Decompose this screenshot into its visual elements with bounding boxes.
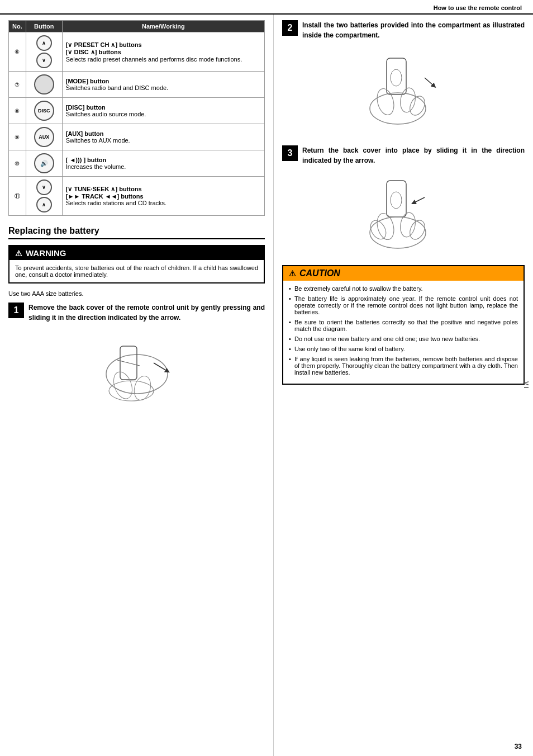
side-label: VI [523, 381, 530, 389]
button-icon-seek-up[interactable]: ∧ [36, 197, 52, 212]
row-num: ⑨ [9, 124, 26, 150]
row-description: [MODE] button Switches radio band and DI… [62, 72, 264, 98]
warning-triangle-icon: ⚠ [15, 249, 22, 258]
table-row: ⑧ DISC [DISC] button Switches audio sour… [9, 98, 265, 124]
list-item: Use only two of the same kind of battery… [289, 346, 518, 352]
button-icon-aux[interactable]: AUX [34, 127, 54, 147]
main-content: No. Button Name/Working ⑥ ∧ ∨ [0, 15, 533, 756]
svg-point-5 [110, 369, 135, 401]
row-num: ⑥ [9, 32, 26, 72]
step-3: 3 Return the back cover into place by sl… [282, 145, 525, 166]
header-title: How to use the remote control [434, 4, 522, 11]
svg-point-10 [374, 87, 396, 117]
row-num: ⑧ [9, 98, 26, 124]
col-no: No. [9, 21, 26, 32]
row-button: 🔊 [26, 150, 62, 177]
row-button: AUX [26, 124, 62, 150]
svg-point-15 [391, 192, 402, 209]
caution-header: ⚠ CAUTION [283, 266, 524, 281]
hand-illustration-2 [342, 47, 465, 136]
row-description: [∨ TUNE·SEEK ∧] buttons[►► TRACK ◄◄] but… [62, 177, 264, 216]
right-column: 2 Install the two batteries provided int… [274, 15, 533, 756]
svg-point-18 [374, 211, 396, 242]
step-2-text: Install the two batteries provided into … [302, 20, 525, 40]
list-item: Do not use one new battery and one old o… [289, 336, 518, 342]
page-number: 33 [515, 743, 522, 750]
svg-line-2 [117, 360, 140, 366]
replacing-battery-title: Replacing the battery [8, 226, 265, 239]
caution-body: Be extremely careful not to swallow the … [283, 281, 524, 384]
button-table: No. Button Name/Working ⑥ ∧ ∨ [8, 20, 265, 216]
row-button: ∧ ∨ [26, 32, 62, 72]
warning-body: To prevent accidents, store batteries ou… [9, 260, 264, 282]
step-1: 1 Remove the back cover of the remote co… [8, 303, 265, 323]
illustration-3 [282, 172, 525, 257]
button-icon-seek-down[interactable]: ∨ [36, 179, 52, 195]
hand-illustration-1 [81, 329, 193, 402]
step-2: 2 Install the two batteries provided int… [282, 20, 525, 40]
button-icon-mode[interactable] [34, 74, 54, 94]
svg-point-6 [131, 374, 153, 402]
warning-box: ⚠ WARNING To prevent accidents, store ba… [8, 245, 265, 284]
caution-title: CAUTION [299, 268, 340, 278]
row-num: ⑦ [9, 72, 26, 98]
aaa-battery-text: Use two AAA size batteries. [8, 290, 265, 297]
list-item: If any liquid is seen leaking from the b… [289, 356, 518, 376]
row-button: ∨ ∧ [26, 177, 62, 216]
step-3-text: Return the back cover into place by slid… [302, 145, 525, 166]
volume-button-desc: Increases the volume. [66, 163, 261, 170]
row-num: ⑪ [9, 177, 26, 216]
table-row: ⑩ 🔊 [ ◄))) ] button Increases the volume… [9, 150, 265, 177]
svg-point-9 [370, 93, 426, 124]
button-icon-up[interactable]: ∧ [36, 35, 52, 51]
warning-title: WARNING [26, 248, 66, 258]
row-description: [DISC] button Switches audio source mode… [62, 98, 264, 124]
table-row: ⑦ [MODE] button Switches radio band and … [9, 72, 265, 98]
svg-line-16 [413, 197, 425, 203]
illustration-2 [282, 47, 525, 138]
replacing-battery-section: Replacing the battery ⚠ WARNING To preve… [8, 226, 265, 403]
hand-illustration-3 [342, 172, 465, 256]
svg-rect-14 [387, 181, 406, 217]
svg-point-8 [391, 69, 402, 86]
step-1-text: Remove the back cover of the remote cont… [28, 303, 265, 323]
caution-list: Be extremely careful not to swallow the … [289, 285, 518, 376]
list-item: Be extremely careful not to swallow the … [289, 285, 518, 292]
svg-point-17 [370, 217, 426, 248]
svg-point-11 [398, 87, 417, 114]
illustration-1 [8, 329, 265, 403]
warning-header: ⚠ WARNING [9, 246, 264, 260]
volume-button-name: [ ◄))) ] button [66, 157, 261, 163]
row-num: ⑩ [9, 150, 26, 177]
row-button: DISC [26, 98, 62, 124]
svg-line-13 [425, 78, 434, 86]
list-item: Be sure to orient the batteries correctl… [289, 319, 518, 332]
table-row: ⑨ AUX [AUX] button Switches to AUX mode. [9, 124, 265, 150]
table-row: ⑥ ∧ ∨ [∨ PRESET CH ∧] buttons[∨ DISC ∧] … [9, 32, 265, 72]
left-column: No. Button Name/Working ⑥ ∧ ∨ [0, 15, 274, 756]
page-header: How to use the remote control [0, 0, 533, 15]
col-name: Name/Working [62, 21, 264, 32]
caution-triangle-icon: ⚠ [289, 269, 296, 278]
button-icon-disc[interactable]: DISC [34, 101, 54, 121]
list-item: The battery life is approximately one ye… [289, 295, 518, 315]
step-2-number: 2 [282, 20, 298, 36]
step-3-number: 3 [282, 145, 298, 161]
row-description: [ ◄))) ] button Increases the volume. [62, 150, 264, 177]
row-description: [AUX] button Switches to AUX mode. [62, 124, 264, 150]
page-container: How to use the remote control No. Button… [0, 0, 533, 756]
caution-box: ⚠ CAUTION Be extremely careful not to sw… [282, 265, 525, 385]
svg-rect-7 [387, 58, 406, 94]
table-row: ⑪ ∨ ∧ [∨ TUNE·SEEK ∧] buttons[►► TRACK ◄… [9, 177, 265, 216]
step-1-number: 1 [8, 303, 24, 318]
button-icon-down[interactable]: ∨ [36, 53, 52, 68]
svg-point-19 [398, 211, 417, 238]
col-button: Button [26, 21, 62, 32]
row-button [26, 72, 62, 98]
button-icon-volume[interactable]: 🔊 [34, 153, 54, 173]
row-description: [∨ PRESET CH ∧] buttons[∨ DISC ∧] button… [62, 32, 264, 72]
